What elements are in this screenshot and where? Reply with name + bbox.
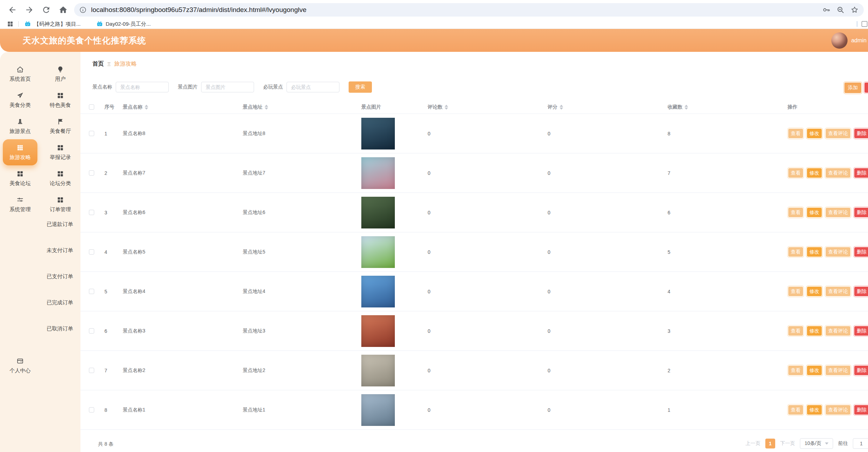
view-button[interactable]: 查看 [788,167,804,178]
sidebar-item-6[interactable]: 美食餐厅 [43,113,78,139]
bookmark-1[interactable]: 【码神之路】项目... [24,21,81,28]
sort-carets[interactable] [445,105,448,110]
edit-button[interactable]: 修改 [806,128,822,139]
delete-button[interactable]: 删除 [854,167,868,178]
cell-actions: 查看修改查看评论删除 [788,246,868,257]
select-all-checkbox[interactable] [89,104,94,110]
view-button[interactable]: 查看 [788,404,804,415]
view-button[interactable]: 查看 [788,128,804,139]
view-comments-button[interactable]: 查看评论 [825,167,851,178]
clipped-toolbar-icon[interactable] [862,21,867,27]
view-comments-button[interactable]: 查看评论 [825,325,851,336]
delete-button[interactable]: 删除 [854,404,868,415]
view-button[interactable]: 查看 [788,365,804,376]
sidebar-item-5[interactable]: 旅游景点 [3,113,37,139]
sidebar-item-8[interactable]: 举报记录 [43,139,78,165]
sort-carets[interactable] [145,105,148,110]
sort-carets[interactable] [265,105,268,110]
column-header[interactable]: 景点地址 [243,104,361,110]
row-checkbox[interactable] [89,368,94,373]
sort-carets[interactable] [560,105,563,110]
sidebar-subitem-1[interactable]: 已退款订单 [40,218,80,231]
sort-carets[interactable] [685,105,688,110]
sidebar-item-10[interactable]: 论坛分类 [43,165,78,191]
sidebar-subitem-3[interactable]: 已支付订单 [40,270,80,283]
column-header[interactable]: 评论数 [428,104,548,110]
row-checkbox[interactable] [89,249,94,255]
delete-button[interactable]: 删除 [854,207,868,218]
breadcrumb-home[interactable]: 首页 [92,60,104,68]
view-button[interactable]: 查看 [788,325,804,336]
add-button[interactable]: 添加 [844,82,862,94]
column-header[interactable]: 景点名称 [123,104,243,110]
filter-input-1[interactable] [116,82,169,92]
sidebar-item-3[interactable]: 美食分类 [3,87,37,113]
row-checkbox[interactable] [89,170,94,176]
row-checkbox[interactable] [89,131,94,136]
edit-button[interactable]: 修改 [806,207,822,218]
sidebar-subitem-5[interactable]: 已取消订单 [40,322,80,335]
bookmark-2[interactable]: Day02-09-员工分... [96,21,151,28]
row-checkbox[interactable] [89,407,94,413]
view-button[interactable]: 查看 [788,246,804,257]
reload-icon[interactable] [42,5,51,14]
cell-name: 景点名称3 [123,328,243,334]
prev-page-button[interactable]: 上一页 [746,440,760,447]
view-comments-button[interactable]: 查看评论 [825,286,851,297]
view-button[interactable]: 查看 [788,207,804,218]
delete-button[interactable]: 删除 [854,286,868,297]
delete-button[interactable]: 删除 [854,246,868,257]
page-size-select[interactable]: 10条/页 [800,438,833,449]
forward-icon[interactable] [25,5,34,14]
view-comments-button[interactable]: 查看评论 [825,365,851,376]
back-icon[interactable] [8,5,17,14]
sidebar-item-12[interactable]: 订单管理 [43,191,78,218]
url-bar[interactable]: localhost:8080/springboot96u57z37/admin/… [74,3,864,17]
filter-input-2[interactable] [201,82,254,92]
view-comments-button[interactable]: 查看评论 [825,246,851,257]
view-button[interactable]: 查看 [788,286,804,297]
sidebar-item-9[interactable]: 美食论坛 [3,165,37,191]
zoom-out-icon[interactable] [836,6,845,14]
next-page-button[interactable]: 下一页 [780,440,795,447]
row-checkbox[interactable] [89,328,94,334]
filter-input-3[interactable] [287,82,339,92]
edit-button[interactable]: 修改 [806,286,822,297]
view-comments-button[interactable]: 查看评论 [825,404,851,415]
edit-button[interactable]: 修改 [806,167,822,178]
sidebar-subitem-4[interactable]: 已完成订单 [40,296,80,309]
home-nav-icon[interactable] [59,5,68,14]
edit-button[interactable]: 修改 [806,246,822,257]
edit-button[interactable]: 修改 [806,325,822,336]
delete-button[interactable]: 删除 [854,325,868,336]
search-toolbar: 景点名称景点图片必玩景点 搜索 [92,81,372,93]
edit-button[interactable]: 修改 [806,404,822,415]
star-icon[interactable] [850,6,859,14]
key-icon[interactable] [822,6,831,14]
sidebar-item-11[interactable]: 系统管理 [3,191,37,218]
avatar[interactable] [831,32,848,49]
search-button[interactable]: 搜索 [349,81,372,93]
sidebar-item-1[interactable]: 系统首页 [3,61,37,87]
page-title: 天水文旅的美食个性化推荐系统 [23,35,146,46]
delete-button[interactable]: 删除 [854,128,868,139]
column-header[interactable]: 评分 [548,104,668,110]
apps-grid-icon[interactable] [7,21,13,27]
sidebar-item-2[interactable]: 用户 [43,61,78,87]
batch-delete-button-clipped[interactable] [864,82,868,93]
sidebar-item-7[interactable]: 旅游攻略 [3,139,37,165]
view-comments-button[interactable]: 查看评论 [825,207,851,218]
goto-page-input[interactable] [853,438,868,449]
column-header[interactable]: 收藏数 [668,104,788,110]
row-checkbox[interactable] [89,289,94,294]
row-checkbox[interactable] [89,210,94,215]
sidebar-item-4[interactable]: 特色美食 [43,87,78,113]
url-text[interactable]: localhost:8080/springboot96u57z37/admin/… [91,6,307,14]
edit-button[interactable]: 修改 [806,365,822,376]
view-comments-button[interactable]: 查看评论 [825,128,851,139]
page-1-button[interactable]: 1 [765,439,775,448]
delete-button[interactable]: 删除 [854,365,868,376]
sidebar-subitem-2[interactable]: 未支付订单 [40,244,80,257]
info-icon[interactable] [79,6,87,14]
sidebar-item-profile[interactable]: 个人中心 [3,357,37,374]
